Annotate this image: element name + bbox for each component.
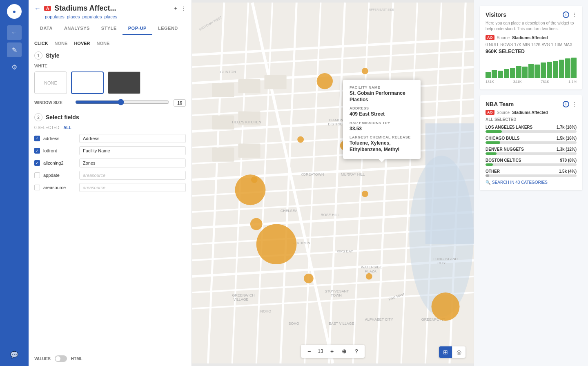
- map-popup: FACILITY NAME St. Gobain Performance Pla…: [343, 80, 421, 159]
- svg-rect-35: [212, 115, 234, 129]
- tab-data[interactable]: DATA: [34, 22, 58, 35]
- hist-bar-1[interactable]: [492, 70, 497, 78]
- locate-button[interactable]: ⊕: [339, 346, 349, 356]
- panel-header: ← A Stadiums Affect... ✦ ⋮ populates_pla…: [29, 0, 192, 35]
- values-toggle[interactable]: [55, 355, 67, 362]
- popup-address-label: ADDRESS: [350, 106, 414, 110]
- visitors-info-icon[interactable]: i: [563, 11, 569, 18]
- svg-text:CITY: CITY: [437, 261, 445, 265]
- field-input-appdate[interactable]: [79, 171, 186, 180]
- search-icon: 🔍: [486, 180, 490, 185]
- back-button[interactable]: ←: [34, 5, 41, 12]
- hist-bar-9[interactable]: [541, 62, 546, 78]
- layer-badge: A: [44, 6, 51, 11]
- style-section-header: 1 Style: [34, 51, 186, 60]
- hist-bar-14[interactable]: [571, 58, 577, 78]
- zoom-out-button[interactable]: −: [304, 346, 314, 356]
- sparkle-icon[interactable]: ✦: [174, 6, 178, 11]
- nav-chat-icon[interactable]: 💬: [7, 347, 22, 362]
- hist-bar-7[interactable]: [528, 64, 534, 78]
- tab-style[interactable]: STYLE: [96, 22, 122, 35]
- field-input-areasource[interactable]: [79, 183, 186, 192]
- lakers-fill: [486, 130, 502, 133]
- popup-chemical-label: LARGEST CHEMICAL RELEASE: [350, 135, 414, 139]
- window-size-input[interactable]: [174, 99, 186, 107]
- bar-row-nuggets[interactable]: DENVER NUGGETS 1.3k (12%): [486, 147, 577, 155]
- hist-bar-13[interactable]: [565, 58, 570, 78]
- map-area[interactable]: CLINTON DIAMOND DISTRICT HELL'S KITCHEN …: [192, 0, 474, 366]
- light-popup-preview: [85, 76, 90, 89]
- svg-text:CHELSEA: CHELSEA: [281, 209, 297, 213]
- field-input-lotfront[interactable]: [79, 146, 186, 155]
- field-checkbox-areasource[interactable]: [34, 185, 40, 190]
- hist-bar-5[interactable]: [516, 66, 521, 78]
- nba-more-icon[interactable]: ⋮: [572, 101, 577, 107]
- hist-bar-3[interactable]: [504, 69, 509, 78]
- click-value[interactable]: NONE: [55, 41, 68, 46]
- svg-rect-34: [264, 75, 286, 89]
- field-checkbox-allzoning2[interactable]: [34, 160, 40, 166]
- search-categories-button[interactable]: 🔍 SEARCH IN 43 CATEGORIES: [486, 180, 577, 185]
- hist-bar-10[interactable]: [547, 62, 552, 78]
- visitors-widget: Visitors i ⋮ Here you can place a descri…: [480, 6, 582, 89]
- svg-point-72: [256, 224, 297, 265]
- svg-text:MURRAY HILL: MURRAY HILL: [341, 172, 365, 176]
- style-none-option[interactable]: NONE: [34, 71, 67, 94]
- style-light-option[interactable]: [71, 71, 104, 94]
- hist-bar-8[interactable]: [535, 65, 540, 78]
- panel-title: Stadiums Affect...: [54, 4, 170, 13]
- field-input-address[interactable]: [79, 134, 186, 143]
- nba-widget: NBA Team i ⋮ AO Source Stadiums Affected…: [480, 95, 582, 190]
- nav-logo[interactable]: ●: [7, 4, 22, 19]
- nav-back-button[interactable]: ←: [7, 25, 22, 40]
- all-link[interactable]: ALL: [63, 125, 71, 130]
- visitors-desc: Here you can place a description of the …: [486, 20, 577, 32]
- svg-text:ALPHABET CITY: ALPHABET CITY: [365, 317, 393, 321]
- bar-row-celtics[interactable]: BOSTON CELTICS 970 (8%): [486, 158, 577, 166]
- hist-bar-6[interactable]: [522, 67, 528, 78]
- bulls-track: [486, 141, 577, 144]
- html-label: HTML: [71, 357, 82, 361]
- style-dark-option[interactable]: [108, 71, 140, 94]
- visitors-header: Visitors i ⋮: [486, 11, 577, 18]
- window-size-range[interactable]: [75, 99, 169, 105]
- hist-bar-0[interactable]: [486, 72, 491, 78]
- zoom-in-button[interactable]: +: [327, 346, 337, 356]
- nuggets-fill: [486, 152, 497, 155]
- nba-info-icon[interactable]: i: [563, 101, 569, 107]
- field-input-allzoning2[interactable]: [79, 158, 186, 167]
- bar-row-bulls[interactable]: CHICAGO BULLS 1.5k (16%): [486, 136, 577, 144]
- svg-text:KOREATOWN: KOREATOWN: [301, 172, 324, 176]
- tab-popup[interactable]: POP-UP: [122, 22, 152, 35]
- hover-value[interactable]: NONE: [97, 41, 110, 46]
- window-size-slider: [75, 99, 169, 107]
- celtics-name: BOSTON CELTICS: [486, 158, 521, 163]
- panel-body: CLICK NONE HOVER NONE 1 Style WHITE NONE: [29, 35, 192, 351]
- hist-bar-2[interactable]: [498, 71, 503, 78]
- more-options-icon[interactable]: ⋮: [181, 6, 186, 11]
- hist-bar-4[interactable]: [510, 68, 515, 78]
- location-view-button[interactable]: ◎: [452, 346, 466, 358]
- popup-facility-value: St. Gobain Performance Plastics: [350, 90, 414, 103]
- nav-layers-icon[interactable]: ⚙: [7, 60, 22, 74]
- field-name-address: address: [43, 136, 76, 141]
- grid-view-button[interactable]: ⊞: [439, 346, 452, 358]
- hist-bar-11[interactable]: [553, 61, 558, 78]
- svg-text:KIPS BAY: KIPS BAY: [337, 249, 353, 253]
- tab-legend[interactable]: LEGEND: [152, 22, 184, 35]
- select-fields-header: 2 Select fields: [34, 113, 186, 121]
- tab-analysys[interactable]: ANALYSYS: [58, 22, 96, 35]
- field-checkbox-address[interactable]: [34, 136, 40, 141]
- bar-row-lakers[interactable]: LOS ANGELES LAKERS 1.7k (18%): [486, 125, 577, 133]
- field-checkbox-appdate[interactable]: [34, 172, 40, 178]
- panel-subtitle: populates_places_populates_places: [45, 14, 186, 19]
- field-name-areasource: areasource: [43, 185, 76, 190]
- field-checkbox-lotfront[interactable]: [34, 148, 40, 154]
- nuggets-value: 1.3k (12%): [557, 147, 577, 152]
- help-button[interactable]: ?: [352, 346, 361, 356]
- hist-bar-12[interactable]: [559, 60, 564, 78]
- nav-edit-icon[interactable]: ✎: [7, 42, 22, 57]
- visitors-more-icon[interactable]: ⋮: [572, 12, 577, 18]
- svg-point-74: [304, 274, 314, 283]
- histogram-labels: 131K 341K 761K 1.1M: [486, 80, 577, 84]
